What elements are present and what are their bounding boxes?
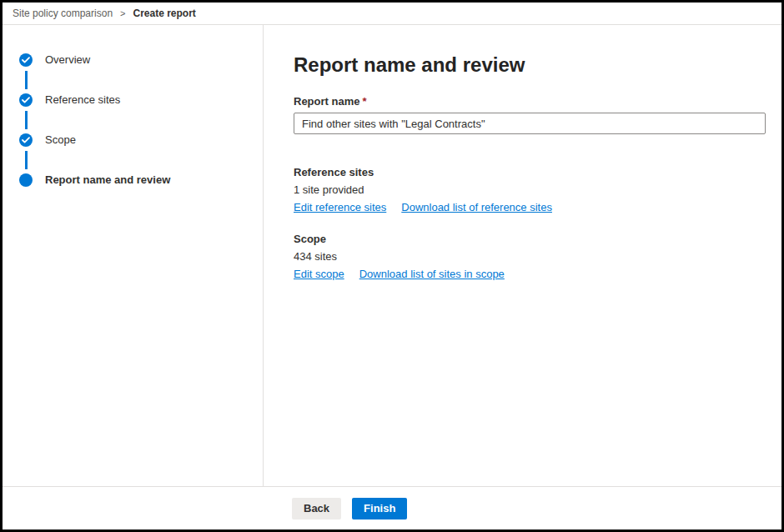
create-report-wizard-window: Site policy comparison > Create report O…	[0, 0, 784, 532]
step-label-reference-sites: Reference sites	[45, 93, 120, 107]
finish-button[interactable]: Finish	[352, 498, 407, 519]
edit-reference-sites-link[interactable]: Edit reference sites	[294, 201, 386, 214]
download-reference-sites-link[interactable]: Download list of reference sites	[401, 201, 552, 214]
step-label-overview: Overview	[45, 53, 90, 67]
required-asterisk: *	[362, 95, 366, 108]
step-report-name-and-review[interactable]: Report name and review	[19, 173, 263, 187]
step-reference-sites[interactable]: Reference sites	[19, 93, 263, 133]
current-step-dot-icon	[19, 173, 33, 187]
report-name-label-row: Report name*	[294, 95, 766, 108]
breadcrumb: Site policy comparison > Create report	[3, 3, 781, 25]
main-panel: Report name and review Report name* Refe…	[264, 25, 781, 486]
reference-sites-links: Edit reference sites Download list of re…	[294, 201, 766, 214]
step-overview[interactable]: Overview	[19, 53, 263, 93]
scope-heading: Scope	[294, 233, 766, 246]
breadcrumb-item-site-policy-comparison[interactable]: Site policy comparison	[13, 8, 113, 19]
breadcrumb-item-create-report: Create report	[133, 8, 196, 19]
report-name-input[interactable]	[294, 113, 766, 134]
content-area: Overview Reference sites Scope Report na…	[3, 25, 781, 486]
reference-sites-section: Reference sites 1 site provided Edit ref…	[294, 166, 766, 214]
report-name-field: Report name*	[294, 95, 766, 134]
back-button[interactable]: Back	[292, 498, 341, 519]
reference-sites-heading: Reference sites	[294, 166, 766, 179]
download-sites-in-scope-link[interactable]: Download list of sites in scope	[359, 268, 505, 281]
step-label-report-name-and-review: Report name and review	[45, 173, 170, 187]
page-title: Report name and review	[294, 53, 766, 77]
wizard-footer: Back Finish	[3, 486, 781, 529]
step-label-scope: Scope	[45, 133, 76, 147]
reference-sites-summary: 1 site provided	[294, 183, 766, 197]
breadcrumb-chevron-icon: >	[120, 8, 125, 18]
wizard-steps-sidebar: Overview Reference sites Scope Report na…	[3, 25, 264, 486]
report-name-label: Report name	[294, 95, 359, 108]
scope-links: Edit scope Download list of sites in sco…	[294, 268, 766, 281]
check-icon	[19, 93, 33, 107]
edit-scope-link[interactable]: Edit scope	[294, 268, 344, 281]
check-icon	[19, 133, 33, 147]
check-icon	[19, 53, 33, 67]
scope-summary: 434 sites	[294, 250, 766, 263]
step-scope[interactable]: Scope	[19, 133, 263, 173]
scope-section: Scope 434 sites Edit scope Download list…	[294, 233, 766, 281]
